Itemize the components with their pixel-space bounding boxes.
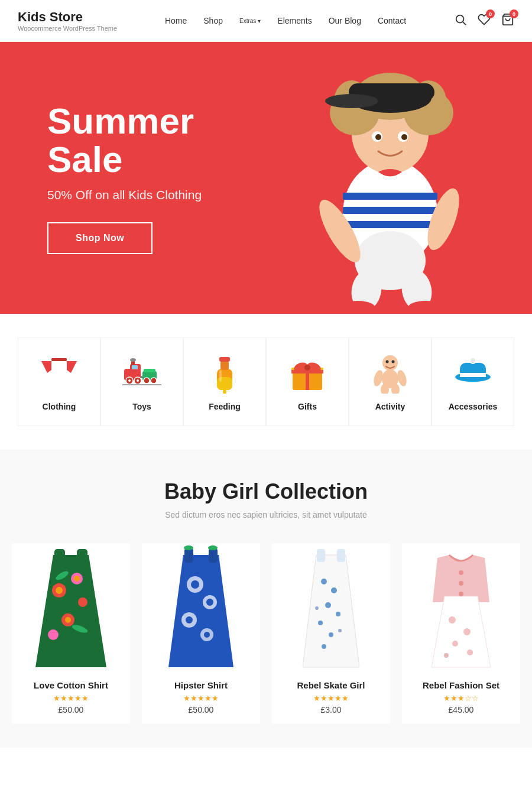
svg-point-93 [208, 545, 218, 550]
nav-home[interactable]: Home [165, 16, 187, 25]
svg-point-16 [325, 94, 378, 108]
logo-title: Kids Store [18, 9, 117, 25]
products-grid: Love Cotton Shirt ★★★★★ £50.00 [18, 543, 514, 724]
svg-rect-5 [343, 207, 437, 214]
product-image-2 [142, 543, 260, 673]
category-feeding-label: Feeding [209, 402, 241, 411]
svg-point-75 [471, 358, 475, 363]
category-accessories-label: Accessories [449, 402, 498, 411]
product-stars-4: ★★★☆☆ [402, 694, 520, 703]
nav-extras[interactable]: Extras ▾ [239, 18, 261, 24]
svg-point-65 [392, 360, 395, 363]
search-button[interactable] [454, 13, 467, 28]
product-card-2[interactable]: Hipster Shirt ★★★★★ £50.00 [142, 543, 260, 724]
svg-rect-103 [317, 549, 325, 562]
svg-point-119 [463, 628, 471, 635]
svg-point-46 [151, 378, 157, 384]
svg-point-107 [325, 602, 331, 608]
product-price-2: £50.00 [142, 705, 260, 714]
category-accessories[interactable]: Accessories [432, 337, 514, 426]
svg-rect-38 [132, 365, 138, 369]
svg-point-115 [459, 570, 463, 575]
product-image-4 [402, 543, 520, 673]
gifts-icon [287, 352, 328, 394]
svg-point-61 [304, 365, 310, 371]
product-card-3[interactable]: Rebel Skate Girl ★★★★★ £3.00 [272, 543, 390, 724]
category-gifts[interactable]: Gifts [266, 337, 349, 426]
product-price-1: £50.00 [12, 705, 130, 714]
svg-rect-29 [51, 358, 67, 361]
category-toys-label: Toys [132, 402, 151, 411]
nav-contact[interactable]: Contact [378, 16, 406, 25]
collection-section: Baby Girl Collection Sed dictum eros nec… [0, 450, 532, 748]
svg-point-45 [144, 378, 150, 384]
svg-point-113 [315, 606, 319, 610]
svg-marker-114 [432, 596, 491, 667]
collection-subtitle: Sed dictum eros nec sapien ultricies, si… [18, 510, 514, 519]
svg-rect-104 [337, 549, 345, 562]
svg-point-37 [130, 358, 136, 362]
svg-point-118 [449, 616, 456, 623]
product-stars-2: ★★★★★ [142, 694, 260, 703]
svg-rect-78 [77, 549, 87, 564]
svg-point-108 [336, 612, 340, 616]
svg-point-109 [318, 621, 323, 625]
category-activity[interactable]: Activity [349, 337, 432, 426]
svg-point-19 [375, 134, 381, 140]
chevron-down-icon: ▾ [258, 18, 261, 24]
feeding-icon [204, 352, 245, 394]
product-name-2: Hipster Shirt [142, 680, 260, 690]
svg-point-116 [459, 581, 463, 586]
svg-point-120 [452, 641, 458, 647]
svg-point-82 [74, 576, 80, 582]
main-nav: Home Shop Extras ▾ Elements Our Blog Con… [165, 16, 406, 25]
product-name-4: Rebel Fashion Set [402, 680, 520, 690]
product-stars-1: ★★★★★ [12, 694, 130, 703]
svg-point-122 [444, 653, 449, 658]
shop-now-button[interactable]: Shop Now [47, 222, 153, 254]
svg-point-54 [223, 389, 226, 394]
svg-marker-76 [35, 555, 106, 667]
svg-point-121 [467, 649, 473, 655]
category-toys[interactable]: Toys [100, 337, 183, 426]
product-image-1 [12, 543, 130, 673]
logo-subtitle: Woocommerce WordPress Theme [18, 25, 117, 32]
site-header: Kids Store Woocommerce WordPress Theme H… [0, 0, 532, 42]
product-card-4[interactable]: Rebel Fashion Set ★★★☆☆ £45.00 [402, 543, 520, 724]
category-feeding[interactable]: Feeding [183, 337, 266, 426]
product-price-3: £3.00 [272, 705, 390, 714]
category-activity-label: Activity [375, 402, 406, 411]
hero-image [248, 42, 532, 314]
hero-banner: SummerSale 50% Off on all Kids Clothing … [0, 42, 532, 314]
cart-button[interactable]: 0 [501, 13, 514, 28]
activity-icon [369, 352, 411, 394]
svg-rect-4 [343, 193, 437, 200]
nav-elements[interactable]: Elements [277, 16, 312, 25]
svg-point-111 [322, 644, 326, 649]
category-clothing[interactable]: Clothing [18, 337, 100, 426]
category-gifts-label: Gifts [298, 402, 317, 411]
svg-point-112 [338, 629, 342, 632]
svg-point-117 [459, 592, 463, 596]
wishlist-button[interactable]: 0 [478, 13, 491, 28]
svg-rect-52 [219, 357, 230, 362]
product-name-1: Love Cotton Shirt [12, 680, 130, 690]
product-card-1[interactable]: Love Cotton Shirt ★★★★★ £50.00 [12, 543, 130, 724]
svg-point-40 [128, 379, 131, 382]
svg-rect-51 [220, 360, 229, 370]
product-image-3 [272, 543, 390, 673]
svg-marker-102 [303, 555, 359, 667]
hero-subtitle: 50% Off on all Kids Clothing [47, 188, 202, 202]
svg-point-20 [401, 134, 407, 140]
svg-rect-44 [144, 369, 155, 372]
nav-blog[interactable]: Our Blog [329, 16, 361, 25]
svg-point-101 [204, 632, 210, 638]
svg-point-42 [137, 379, 139, 382]
nav-shop[interactable]: Shop [203, 16, 223, 25]
svg-point-85 [48, 629, 59, 640]
svg-point-95 [191, 580, 199, 589]
svg-rect-73 [460, 373, 486, 377]
svg-point-110 [329, 632, 333, 637]
svg-marker-89 [168, 555, 233, 667]
svg-line-1 [463, 22, 466, 25]
